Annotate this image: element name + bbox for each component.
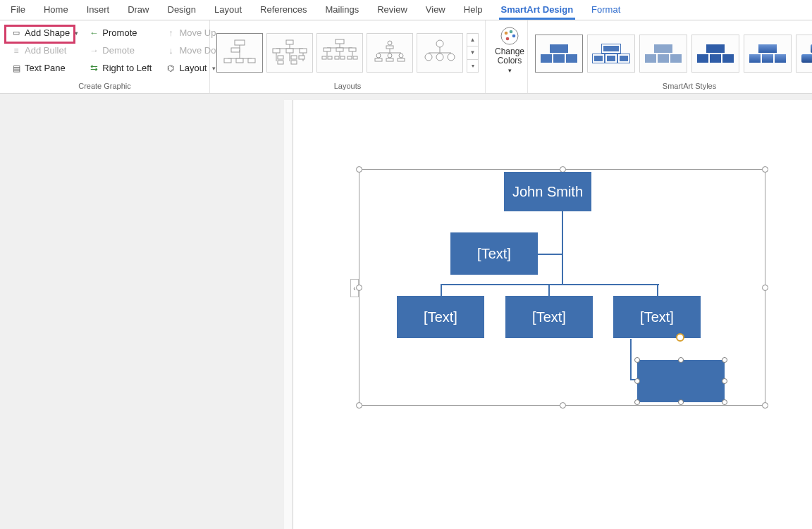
promote-label: Promote (102, 27, 137, 38)
svg-point-37 (388, 41, 392, 45)
svg-rect-34 (340, 56, 345, 59)
change-colors-label1: Change (495, 46, 524, 56)
gallery-down-icon[interactable]: ▼ (467, 46, 478, 59)
svg-rect-46 (398, 58, 405, 61)
tab-insert[interactable]: Insert (78, 0, 119, 20)
shape-handle[interactable] (678, 357, 684, 363)
svg-rect-33 (335, 56, 339, 59)
tab-references[interactable]: References (251, 0, 316, 20)
style-option-2[interactable] (587, 35, 635, 73)
gallery-more-icon[interactable]: ▾ (467, 60, 478, 72)
tab-layout[interactable]: Layout (205, 0, 251, 20)
style-option-6[interactable] (796, 35, 812, 73)
tab-format[interactable]: Format (582, 0, 629, 20)
text-pane-label: Text Pane (25, 63, 66, 73)
svg-point-42 (388, 54, 392, 58)
right-to-left-label: Right to Left (102, 63, 152, 73)
connector (562, 211, 563, 232)
svg-rect-26 (336, 48, 343, 51)
layout-option-1[interactable] (216, 33, 263, 73)
frame-handle[interactable] (356, 402, 362, 409)
shape-handle[interactable] (722, 399, 727, 405)
shape-handle[interactable] (634, 399, 640, 405)
svg-point-54 (505, 32, 508, 35)
tab-mailings[interactable]: Mailings (316, 0, 369, 20)
promote-button[interactable]: Promote (83, 25, 157, 41)
frame-handle[interactable] (356, 166, 362, 173)
node-root[interactable]: John Smith (504, 172, 591, 211)
svg-rect-21 (299, 56, 304, 59)
svg-point-43 (399, 54, 403, 58)
gallery-up-icon[interactable]: ▲ (467, 34, 478, 46)
vertical-ruler (284, 100, 293, 529)
svg-rect-18 (278, 61, 283, 64)
style-option-3[interactable] (639, 35, 687, 73)
arrow-up-icon (166, 28, 176, 38)
node-child-3[interactable]: [Text] (613, 296, 701, 338)
style-option-5[interactable] (744, 35, 792, 73)
right-to-left-button[interactable]: Right to Left (83, 60, 157, 76)
tab-smartart-design[interactable]: SmartArt Design (492, 0, 583, 20)
layout-option-3[interactable] (316, 33, 363, 73)
frame-handle[interactable] (762, 402, 768, 409)
layout-option-2[interactable] (266, 33, 313, 73)
workspace: ‹ John Smith [Text] [Text] (0, 94, 812, 529)
svg-rect-13 (300, 49, 307, 53)
svg-point-50 (425, 54, 432, 61)
node-child-1[interactable]: [Text] (397, 296, 484, 338)
frame-handle[interactable] (560, 402, 566, 409)
svg-point-53 (501, 27, 518, 44)
svg-rect-25 (324, 48, 331, 51)
change-colors-label2: Colors (498, 56, 522, 66)
shape-handle[interactable] (722, 357, 727, 363)
svg-rect-11 (273, 49, 280, 53)
svg-point-41 (376, 54, 381, 58)
shape-handle[interactable] (634, 357, 640, 363)
tab-view[interactable]: View (417, 0, 455, 20)
rotate-handle[interactable] (676, 333, 684, 342)
shape-handle[interactable] (678, 399, 684, 405)
layout-option-4[interactable] (367, 33, 413, 73)
right-to-left-icon (89, 63, 99, 73)
ribbon: Add Shape ▾ Add Bullet Text Pane Promote (0, 20, 812, 94)
node-child-2[interactable]: [Text] (505, 296, 593, 338)
add-shape-button[interactable]: Add Shape ▾ (6, 25, 80, 41)
svg-rect-38 (386, 46, 393, 49)
chevron-down-icon: ▾ (508, 67, 512, 74)
add-bullet-label: Add Bullet (25, 45, 66, 56)
smartart-frame[interactable]: ‹ John Smith [Text] [Text] (359, 169, 765, 406)
tab-draw[interactable]: Draw (118, 0, 158, 20)
document-page[interactable]: ‹ John Smith [Text] [Text] (293, 100, 812, 529)
shape-handle[interactable] (634, 378, 640, 384)
style-option-4[interactable] (691, 35, 739, 73)
svg-rect-7 (248, 58, 255, 63)
tab-design[interactable]: Design (159, 0, 205, 20)
connector (548, 284, 550, 296)
tab-home[interactable]: Home (35, 0, 78, 20)
layout-label: Layout (179, 63, 207, 73)
layouts-gallery-spinner[interactable]: ▲ ▼ ▾ (467, 33, 479, 73)
frame-handle[interactable] (356, 285, 362, 291)
add-bullet-button: Add Bullet (6, 42, 80, 58)
node-new-selected[interactable] (637, 360, 725, 402)
change-colors-button[interactable]: Change Colors ▾ (490, 23, 529, 90)
tab-help[interactable]: Help (455, 0, 492, 20)
tab-file[interactable]: File (1, 0, 35, 20)
svg-rect-44 (375, 58, 382, 61)
svg-rect-22 (336, 39, 344, 44)
layout-option-5[interactable] (417, 33, 463, 73)
tab-review[interactable]: Review (368, 0, 417, 20)
frame-handle[interactable] (762, 285, 768, 291)
node-assistant[interactable]: [Text] (450, 232, 538, 275)
svg-point-55 (510, 30, 513, 34)
text-pane-button[interactable]: Text Pane (6, 60, 80, 76)
group-label-smartart-styles: SmartArt Styles (532, 82, 812, 93)
frame-handle[interactable] (762, 166, 768, 173)
shape-handle[interactable] (722, 378, 727, 384)
style-option-1[interactable] (535, 35, 583, 73)
svg-rect-27 (349, 48, 356, 51)
add-shape-label: Add Shape (25, 27, 70, 38)
arrow-left-icon (89, 28, 99, 38)
group-change-colors: Change Colors ▾ (486, 20, 528, 93)
svg-rect-8 (286, 40, 293, 44)
